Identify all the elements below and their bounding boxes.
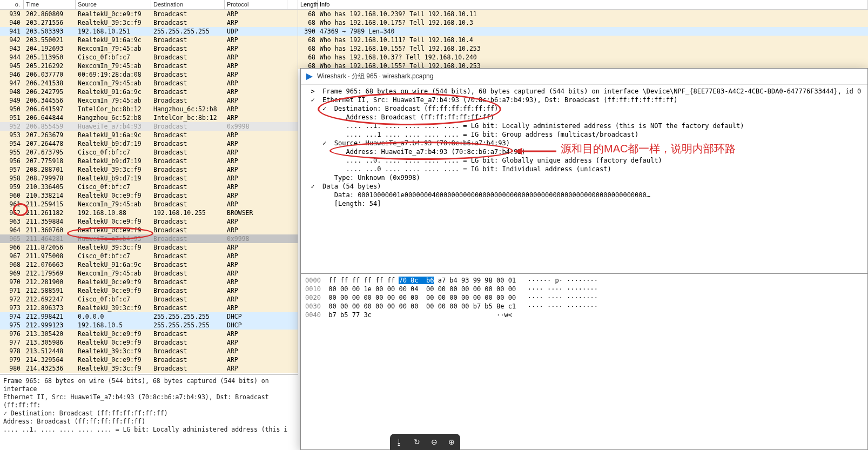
col-src[interactable]: Source (76, 0, 151, 9)
tree-line[interactable]: Type: Unknown (0x9998) (301, 173, 867, 182)
tree-line[interactable]: .... ...0 .... .... .... .... = IG bit: … (301, 165, 867, 173)
hex-row[interactable]: 0040 b7 b5 77 3c ··w< (305, 311, 863, 319)
dialog-title-text: Wireshark · 分组 965 · wireshark.pcapng (317, 72, 433, 81)
packet-list-header: o. Time Source Destination Protocol (0, 0, 298, 10)
packet-row[interactable]: 978213.512448RealtekU_39:3c:f9BroadcastA… (0, 347, 298, 355)
packet-row[interactable]: 940203.271556RealtekU_39:3c:f9BroadcastA… (0, 18, 298, 27)
info-row[interactable]: 68Who has 192.168.10.239? Tell 192.168.1… (298, 10, 868, 18)
packet-row[interactable]: 952206.855459HuaweiTe_a7:b4:93Broadcast0… (0, 122, 298, 131)
tree-line[interactable]: Address: Broadcast (ff:ff:ff:ff:ff:ff) (301, 113, 867, 122)
tree-line[interactable]: > Frame 965: 68 bytes on wire (544 bits)… (301, 87, 867, 96)
bottom-toolbar[interactable]: ⭳ ↻ ⊖ ⊕ (390, 434, 460, 450)
packet-row[interactable]: 944205.113950Cisco_0f:bf:c7BroadcastARP (0, 53, 298, 62)
packet-row[interactable]: 968212.076663RealtekU_91:6a:9cBroadcastA… (0, 260, 298, 269)
packet-row[interactable]: 948206.242795RealtekU_91:6a:9cBroadcastA… (0, 88, 298, 96)
packet-row[interactable]: 969212.179569NexcomIn_79:45:abBroadcastA… (0, 269, 298, 278)
packet-row[interactable]: 965211.464281HuaweiTe_a7:b4:93Broadcast0… (0, 234, 298, 243)
protocol-tree[interactable]: > Frame 965: 68 bytes on wire (544 bits)… (301, 85, 867, 274)
packet-row[interactable]: 975212.999123192.168.10.5255.255.255.255… (0, 321, 298, 330)
tree-line[interactable]: [Length: 54] (301, 199, 867, 208)
packet-row[interactable]: 950206.641597IntelCor_bc:8b:12Hangzhou_6… (0, 105, 298, 113)
packet-row[interactable]: 946206.03777000:69:19:28:da:08BroadcastA… (0, 70, 298, 79)
packet-row[interactable]: 970212.281900RealtekU_0c:e9:f9BroadcastA… (0, 278, 298, 286)
packet-row[interactable]: 951206.644844Hangzhou_6c:52:b8IntelCor_b… (0, 113, 298, 122)
packet-dialog[interactable]: Wireshark · 分组 965 · wireshark.pcapng > … (300, 68, 868, 450)
detail-line: Ethernet II, Src: HuaweiTe_a7:b4:93 (70:… (3, 393, 295, 409)
packet-row[interactable]: 947206.241538NexcomIn_79:45:abBroadcastA… (0, 79, 298, 88)
packet-row[interactable]: 959210.336405Cisco_0f:bf:c7BroadcastARP (0, 183, 298, 191)
tree-line[interactable]: ✓ Data (54 bytes) (301, 182, 867, 191)
zoom-in-icon[interactable]: ⊕ (448, 438, 455, 446)
info-row[interactable]: 68Who has 192.168.10.111? Tell 192.168.1… (298, 36, 868, 44)
packet-row[interactable]: 949206.344556NexcomIn_79:45:abBroadcastA… (0, 96, 298, 105)
packet-row[interactable]: 955207.673795Cisco_0f:bf:c7BroadcastARP (0, 148, 298, 157)
hex-row[interactable]: 0000 ff ff ff ff ff ff 70 8c b6 a7 b4 93… (305, 276, 863, 285)
packet-row[interactable]: 943204.192693NexcomIn_79:45:abBroadcastA… (0, 44, 298, 53)
packet-row[interactable]: 957208.288701RealtekU_39:3c:f9BroadcastA… (0, 165, 298, 174)
info-panel: Length Info 68Who has 192.168.10.239? Te… (298, 0, 868, 69)
packet-row[interactable]: 964211.360760RealtekU_0c:e9:f9BroadcastA… (0, 226, 298, 234)
tree-line[interactable]: ✓ Source: HuaweiTe_a7:b4:93 (70:8c:b6:a7… (301, 139, 867, 147)
detail-line: Address: Broadcast (ff:ff:ff:ff:ff:ff) (3, 418, 295, 426)
col-info[interactable]: Info (318, 0, 868, 9)
hex-pane[interactable]: 0000 ff ff ff ff ff ff 70 8c b6 a7 b4 93… (301, 274, 867, 321)
col-len[interactable]: Length (298, 0, 318, 9)
detail-line[interactable]: ✓ Destination: Broadcast (ff:ff:ff:ff:ff… (3, 409, 295, 418)
packet-list-pane[interactable]: o. Time Source Destination Protocol 9392… (0, 0, 298, 373)
packet-row[interactable]: 974212.9984210.0.0.0255.255.255.255DHCP (0, 312, 298, 321)
packet-row[interactable]: 972212.692247Cisco_0f:bf:c7BroadcastARP (0, 295, 298, 304)
rotate-icon[interactable]: ↻ (414, 438, 420, 446)
packet-row[interactable]: 962211.261182192.168.10.88192.168.10.255… (0, 209, 298, 217)
wireshark-icon (305, 72, 314, 81)
packet-detail-pane[interactable]: Frame 965: 68 bytes on wire (544 bits), … (0, 374, 298, 439)
detail-line: Frame 965: 68 bytes on wire (544 bits), … (3, 377, 295, 393)
tree-line[interactable]: Data: 00010000001e0000000400000000000000… (301, 191, 867, 199)
packet-row[interactable]: 958208.799978RealtekU_b9:d7:19BroadcastA… (0, 174, 298, 183)
packet-row[interactable]: 939202.860809RealtekU_0c:e9:f9BroadcastA… (0, 10, 298, 18)
col-proto[interactable]: Protocol (225, 0, 287, 9)
packet-row[interactable]: 966211.872056RealtekU_39:3c:f9BroadcastA… (0, 243, 298, 252)
tree-line[interactable]: .... ..1. .... .... .... .... = LG bit: … (301, 122, 867, 130)
packet-row[interactable]: 980214.432536RealtekU_39:3c:f9BroadcastA… (0, 364, 298, 373)
packet-row[interactable]: 976213.305420RealtekU_0c:e9:f9BroadcastA… (0, 330, 298, 338)
tree-line[interactable]: ✓ Ethernet II, Src: HuaweiTe_a7:b4:93 (7… (301, 96, 867, 104)
tree-line[interactable]: .... ...1 .... .... .... .... = IG bit: … (301, 130, 867, 139)
info-row[interactable]: 39047369 → 7989 Len=340 (298, 27, 868, 36)
packet-row[interactable]: 941203.503393192.168.10.251255.255.255.2… (0, 27, 298, 36)
tree-line[interactable]: Address: HuaweiTe_a7:b4:93 (70:8c:b6:a7:… (301, 147, 867, 156)
zoom-out-icon[interactable]: ⊖ (431, 438, 438, 446)
packet-row[interactable]: 953207.263679RealtekU_91:6a:9cBroadcastA… (0, 131, 298, 139)
detail-line: .... ..1. .... .... .... .... = LG bit: … (3, 426, 295, 434)
packet-row[interactable]: 971212.588591RealtekU_0c:e9:f9BroadcastA… (0, 286, 298, 295)
packet-row[interactable]: 956207.775918RealtekU_b9:d7:19BroadcastA… (0, 157, 298, 165)
col-time[interactable]: Time (24, 0, 76, 9)
packet-row[interactable]: 945205.216292NexcomIn_79:45:abBroadcastA… (0, 62, 298, 70)
download-icon[interactable]: ⭳ (395, 438, 403, 446)
tree-line[interactable]: .... ..0. .... .... .... .... = LG bit: … (301, 156, 867, 165)
info-header: Length Info (298, 0, 868, 10)
packet-row[interactable]: 960210.338214RealtekU_0c:e9:f9BroadcastA… (0, 191, 298, 200)
hex-row[interactable]: 0030 00 00 00 00 00 00 00 00 00 00 00 00… (305, 302, 863, 311)
packet-row[interactable]: 977213.305986RealtekU_0c:e9:f9BroadcastA… (0, 338, 298, 347)
packet-row[interactable]: 973212.896373RealtekU_39:3c:f9BroadcastA… (0, 304, 298, 312)
tree-line[interactable]: ✓ Destination: Broadcast (ff:ff:ff:ff:ff… (301, 104, 867, 113)
info-row[interactable]: 68Who has 192.168.10.37? Tell 192.168.10… (298, 53, 868, 62)
packet-row[interactable]: 967211.975008Cisco_0f:bf:c7BroadcastARP (0, 252, 298, 260)
packet-row[interactable]: 961211.259415NexcomIn_79:45:abBroadcastA… (0, 200, 298, 209)
packet-row[interactable]: 963211.359884RealtekU_0c:e9:f9BroadcastA… (0, 217, 298, 226)
packet-row[interactable]: 979214.329564RealtekU_0c:e9:f9BroadcastA… (0, 355, 298, 364)
col-dst[interactable]: Destination (151, 0, 225, 9)
hex-row[interactable]: 0020 00 00 00 00 00 00 00 00 00 00 00 00… (305, 293, 863, 302)
dialog-titlebar[interactable]: Wireshark · 分组 965 · wireshark.pcapng (301, 69, 867, 85)
info-row[interactable]: 68Who has 192.168.10.155? Tell 192.168.1… (298, 44, 868, 53)
packet-row[interactable]: 942203.550021RealtekU_91:6a:9cBroadcastA… (0, 36, 298, 44)
hex-row[interactable]: 0010 00 00 00 1e 00 00 00 04 00 00 00 00… (305, 285, 863, 293)
packet-row[interactable]: 954207.264478RealtekU_b9:d7:19BroadcastA… (0, 139, 298, 148)
info-row[interactable]: 68Who has 192.168.10.175? Tell 192.168.1… (298, 18, 868, 27)
col-no[interactable]: o. (0, 0, 24, 9)
